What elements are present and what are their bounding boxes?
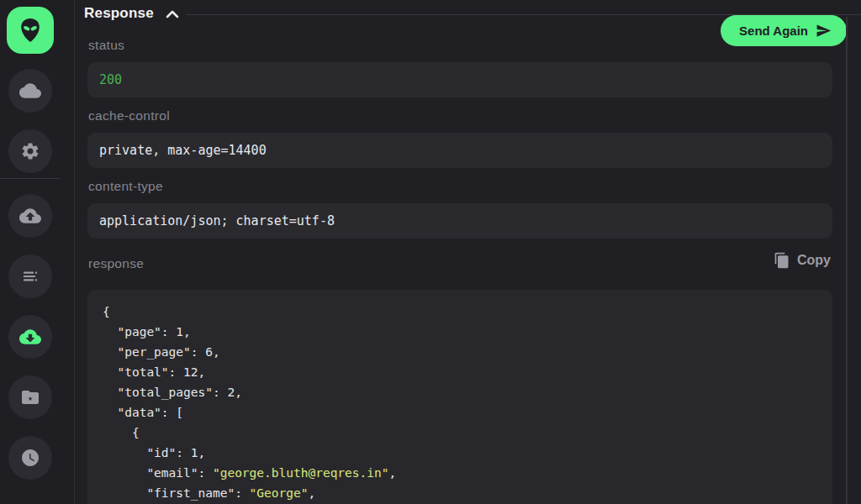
folder-star-icon — [20, 387, 40, 407]
sidebar-divider — [0, 178, 61, 179]
sidebar-item-list[interactable] — [8, 255, 52, 298]
send-again-button[interactable]: Send Again — [721, 15, 847, 46]
alien-icon — [16, 16, 45, 45]
cloud-upload-icon — [19, 205, 41, 227]
response-body: { "page": 1, "per_page": 6, "total": 12,… — [103, 302, 817, 503]
cache-control-label: cache-control — [88, 108, 170, 123]
scrollbar[interactable] — [846, 17, 848, 504]
response-title: Response — [84, 5, 154, 22]
response-header: Response — [84, 5, 179, 22]
sidebar — [0, 0, 75, 504]
sidebar-item-cloud[interactable] — [8, 69, 52, 113]
gear-icon — [20, 141, 40, 161]
response-body-panel[interactable]: { "page": 1, "per_page": 6, "total": 12,… — [87, 290, 832, 504]
chevron-up-icon[interactable] — [166, 9, 179, 19]
sidebar-item-collections[interactable] — [8, 375, 52, 419]
sidebar-item-history[interactable] — [8, 436, 52, 480]
response-section: Response Send Again status 200 cache-con… — [75, 0, 861, 504]
clock-icon — [20, 448, 40, 468]
copy-icon — [774, 252, 790, 269]
sidebar-item-settings[interactable] — [8, 129, 52, 173]
send-again-label: Send Again — [739, 24, 808, 38]
cloud-download-icon — [19, 326, 41, 348]
content-type-label: content-type — [88, 179, 163, 194]
sidebar-item-upload[interactable] — [8, 194, 52, 238]
list-icon — [20, 266, 40, 286]
cloud-icon — [19, 80, 41, 102]
response-label: response — [88, 256, 144, 271]
copy-label: Copy — [797, 253, 831, 268]
send-icon — [816, 23, 832, 39]
app-logo-button[interactable] — [7, 7, 54, 54]
copy-button[interactable]: Copy — [774, 252, 831, 269]
content-type-value-field[interactable]: application/json; charset=utf-8 — [87, 203, 832, 239]
sidebar-item-download[interactable] — [8, 315, 52, 359]
status-label: status — [88, 38, 124, 53]
status-value-field[interactable]: 200 — [87, 62, 832, 97]
cache-control-value-field[interactable]: private, max-age=14400 — [87, 133, 832, 168]
